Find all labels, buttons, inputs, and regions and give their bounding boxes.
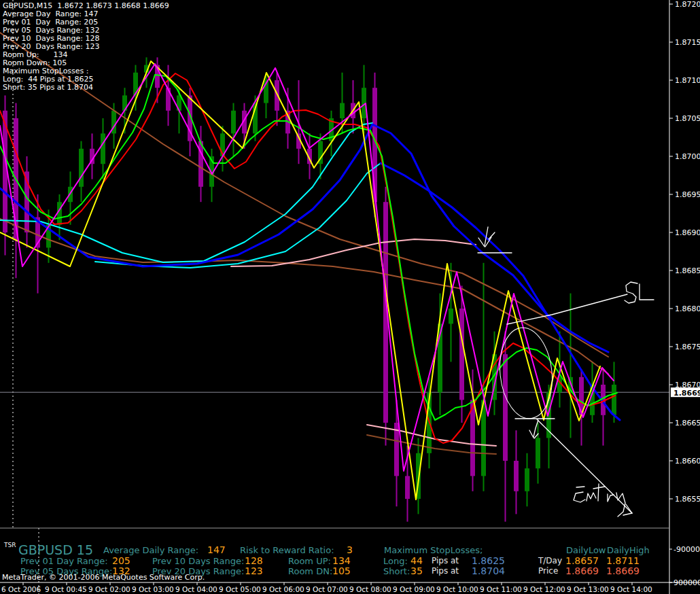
rr-label: Risk to Reward Ratio:: [240, 545, 334, 555]
p20-value: 123: [245, 565, 263, 576]
candle-body: [275, 80, 279, 111]
candle-body: [514, 461, 519, 491]
adr-label: Average Daily Range:: [103, 545, 198, 555]
short-price: 1.8704: [472, 565, 505, 576]
candle-body: [340, 103, 345, 118]
candle-body: [459, 309, 464, 400]
time-axis-label[interactable]: 9 Oct 00:45: [45, 585, 87, 593]
price-axis-label[interactable]: 1.8700: [675, 152, 700, 161]
tday-label: T/Day: [538, 556, 562, 565]
price-row-label: Price: [538, 566, 558, 576]
price-axis-label[interactable]: 1.8710: [675, 76, 700, 85]
time-axis-label[interactable]: 9 Oct 08:00: [349, 585, 391, 593]
copyright-label: MetaTrader, © 2001-2006 MetaQuotes Softw…: [2, 573, 205, 582]
price-high: 1.8669: [606, 565, 640, 576]
symbol-info-overlay: GBPUSD,M15 1.8672 1.8673 1.8668 1.8669 A…: [3, 2, 169, 92]
price-low: 1.8669: [565, 565, 599, 576]
price-axis-label[interactable]: 1.8675: [675, 343, 700, 351]
short-stop-line: Short: 35 Pips at 1.8704: [3, 84, 169, 92]
dailyhigh-header: DailyHigh: [607, 545, 650, 555]
long-label: Long:: [383, 556, 408, 566]
price-axis-label[interactable]: 1.8685: [675, 266, 700, 275]
current-price-tag: 1.8669: [673, 389, 700, 398]
short-pips-label: Pips at: [432, 566, 459, 576]
indicator-name-label: TSR: [4, 542, 16, 548]
mt4-chart-window: 1.87201.87151.87101.87051.87001.86951.86…: [0, 0, 700, 594]
msl-label: Maximum StopLosses;: [384, 545, 483, 555]
tday-high: 1.8711: [606, 555, 640, 566]
price-axis-label[interactable]: 1.8695: [675, 190, 700, 199]
candle-body: [231, 111, 236, 134]
time-axis-label[interactable]: 9 Oct 11:00: [480, 585, 522, 593]
candle-body: [612, 385, 616, 415]
time-axis-label[interactable]: 9 Oct 13:00: [567, 585, 609, 593]
candle-body: [536, 438, 540, 468]
tday-low: 1.8657: [565, 555, 599, 566]
p01-label: Prev 01 Day Range:: [20, 556, 108, 566]
subwindow-axis-label[interactable]: -900000: [673, 545, 700, 554]
roomdn-value: 105: [332, 565, 351, 576]
price-axis-label[interactable]: 1.8680: [675, 304, 700, 313]
rr-value: 3: [347, 544, 353, 555]
time-axis-label[interactable]: 9 Oct 03:00: [132, 585, 174, 593]
candle-body: [525, 468, 529, 491]
p10-value: 128: [245, 555, 263, 566]
price-axis-label[interactable]: 1.8655: [675, 495, 700, 504]
panel-symbol: GBPUSD 15: [18, 542, 93, 557]
candle-body: [503, 354, 508, 461]
time-axis-label[interactable]: 9 Oct 10:00: [436, 585, 478, 593]
adr-value: 147: [207, 544, 226, 555]
time-axis-label[interactable]: 9 Oct 06:00: [262, 585, 304, 593]
long-value: 44: [410, 555, 423, 566]
time-axis-label[interactable]: 9 Oct 07:00: [306, 585, 348, 593]
candle-body: [79, 149, 84, 187]
short-label: Short:: [383, 566, 410, 576]
time-axis-label[interactable]: 9 Oct 05:00: [219, 585, 261, 593]
time-axis-label[interactable]: 9 Oct 12:00: [523, 585, 565, 593]
time-axis-label[interactable]: 9 Oct 02:00: [88, 585, 130, 593]
time-axis-label[interactable]: 9 Oct 14:00: [610, 585, 652, 593]
roomdn-label: Room DN:: [288, 566, 332, 576]
short-value: 35: [410, 565, 423, 576]
time-axis-label[interactable]: 9 Oct 04:00: [175, 585, 217, 593]
p01-value: 205: [112, 555, 130, 566]
candle-body: [405, 476, 410, 499]
roomup-value: 134: [332, 555, 351, 566]
candle-wick: [570, 294, 572, 438]
price-axis-label[interactable]: 1.8690: [675, 228, 700, 237]
candle-body: [449, 309, 453, 324]
subwindow-axis-label[interactable]: 9000000: [673, 578, 700, 587]
candle-body: [101, 133, 105, 164]
time-axis-label[interactable]: 6 Oct 2006: [1, 585, 41, 593]
price-axis-label[interactable]: 1.8720: [675, 0, 700, 9]
long-pips-label: Pips at: [432, 556, 459, 565]
price-axis-label[interactable]: 1.8665: [675, 419, 700, 427]
time-axis-label[interactable]: 9 Oct 09:00: [393, 585, 435, 593]
roomup-label: Room UP:: [288, 556, 331, 566]
price-axis-label[interactable]: 1.8715: [675, 38, 700, 47]
p10-label: Prev 10 Days Range:: [152, 556, 244, 566]
price-axis-label[interactable]: 1.8660: [675, 457, 700, 466]
long-price: 1.8625: [472, 555, 505, 566]
dailylow-header: DailyLow: [566, 545, 606, 555]
price-axis-label[interactable]: 1.8705: [675, 114, 700, 123]
